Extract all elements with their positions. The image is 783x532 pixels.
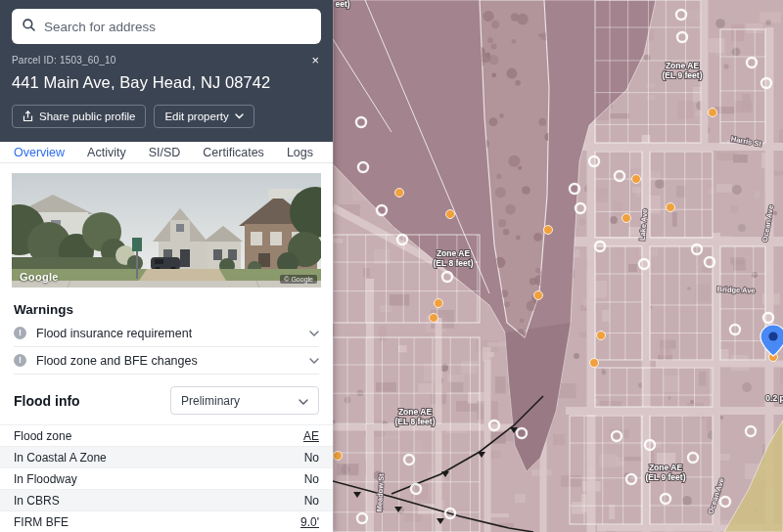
tab-sisd[interactable]: SI/SD [149, 146, 181, 159]
orange-marker[interactable] [709, 109, 717, 117]
map-canvas[interactable]: Zone AE(EL 9 feet)Zone AE(EL 8 feet)Zone… [333, 0, 783, 532]
flood-info-row: In FloodwayNo [0, 467, 333, 489]
row-label: In Floodway [14, 472, 77, 486]
row-label: FIRM BFE [14, 515, 69, 529]
row-label: In Coastal A Zone [14, 451, 107, 465]
warning-label: Flood insurance requirement [36, 327, 192, 340]
tab-overview[interactable]: Overview [14, 146, 65, 159]
partial-label: eet) [335, 0, 349, 9]
warning-row[interactable]: !Flood zone and BFE changes [14, 347, 319, 375]
flood-info-row: In CBRSNo [0, 489, 333, 510]
panel-header: Parcel ID: 1503_60_10 × 441 Main Ave, Ba… [0, 0, 333, 142]
chevron-down-icon[interactable] [309, 331, 319, 336]
street-label: Bridge Ave [716, 285, 755, 294]
warnings-title: Warnings [14, 302, 319, 317]
share-public-profile-button[interactable]: Share public profile [12, 105, 146, 128]
warning-icon: ! [14, 354, 26, 367]
google-copyright: © Google [280, 275, 317, 284]
warnings-list: !Flood insurance requirement!Flood zone … [14, 320, 319, 375]
street-view-photo[interactable]: Google © Google [12, 173, 321, 288]
orange-marker[interactable] [590, 359, 599, 368]
warning-row[interactable]: !Flood insurance requirement [14, 320, 319, 347]
tab-bar: OverviewActivitySI/SDCertificatesLogs [0, 142, 333, 163]
orange-marker[interactable] [597, 332, 606, 340]
edit-property-button[interactable]: Edit property [154, 105, 253, 128]
orange-marker[interactable] [435, 299, 443, 308]
zone-label: Zone AE(EL 9 feet) [646, 463, 686, 482]
chevron-down-icon [299, 394, 308, 408]
property-panel: Parcel ID: 1503_60_10 × 441 Main Ave, Ba… [0, 0, 333, 532]
share-icon [23, 111, 33, 122]
flood-info-row: Flood zoneAE [0, 424, 333, 446]
dropdown-value: Preliminary [181, 394, 240, 408]
flood-map[interactable]: Zone AE(EL 9 feet)Zone AE(EL 8 feet)Zone… [333, 0, 783, 532]
search-input[interactable] [44, 20, 310, 34]
warning-label: Flood zone and BFE changes [36, 354, 198, 368]
property-address: 441 Main Ave, Bay Head, NJ 08742 [12, 73, 321, 92]
partial-label: 0.2 p [765, 393, 783, 403]
row-value: No [304, 494, 319, 508]
orange-marker[interactable] [622, 214, 631, 223]
chevron-down-icon[interactable] [309, 358, 319, 364]
tab-logs[interactable]: Logs [287, 146, 313, 159]
search-icon [23, 18, 35, 35]
zone-label: Zone AE(EL 8 feet) [395, 407, 436, 426]
warning-icon: ! [14, 327, 26, 339]
row-label: In CBRS [14, 494, 60, 508]
orange-marker[interactable] [430, 314, 438, 323]
row-value[interactable]: 9.0' [300, 515, 319, 529]
app: Parcel ID: 1503_60_10 × 441 Main Ave, Ba… [0, 0, 783, 532]
chevron-down-icon [235, 113, 244, 119]
row-value: No [304, 472, 319, 486]
zone-label: Zone AE(EL 9 feet) [663, 61, 703, 80]
orange-marker[interactable] [667, 203, 675, 212]
address-search[interactable] [12, 9, 321, 44]
warnings-section: Warnings !Flood insurance requirement!Fl… [0, 288, 333, 375]
tab-certificates[interactable]: Certificates [203, 146, 264, 159]
orange-marker[interactable] [632, 175, 641, 184]
orange-marker[interactable] [395, 189, 404, 198]
tab-activity[interactable]: Activity [87, 146, 126, 159]
row-label: Flood zone [14, 429, 71, 443]
orange-marker[interactable] [534, 291, 543, 300]
edit-button-label: Edit property [164, 111, 228, 122]
close-icon[interactable]: × [309, 54, 321, 66]
flood-data-version-dropdown[interactable]: Preliminary [170, 386, 319, 415]
orange-marker[interactable] [334, 452, 343, 461]
parcel-id: Parcel ID: 1503_60_10 [12, 55, 116, 66]
flood-info-title: Flood info [14, 393, 80, 409]
zone-label: Zone AE(EL 8 feet) [434, 248, 474, 268]
share-button-label: Share public profile [39, 111, 135, 122]
flood-info-table: Flood zoneAEIn Coastal A ZoneNoIn Floodw… [0, 424, 333, 532]
row-value[interactable]: AE [303, 429, 319, 443]
orange-marker[interactable] [446, 210, 455, 219]
google-watermark: Google [20, 271, 59, 283]
flood-info-row: FIRM BFE9.0' [0, 510, 333, 532]
flood-info-section: Flood info Preliminary Flood zoneAEIn Co… [0, 375, 333, 532]
flood-info-row: In Coastal A ZoneNo [0, 446, 333, 467]
orange-marker[interactable] [544, 226, 553, 235]
row-value: No [304, 451, 319, 465]
